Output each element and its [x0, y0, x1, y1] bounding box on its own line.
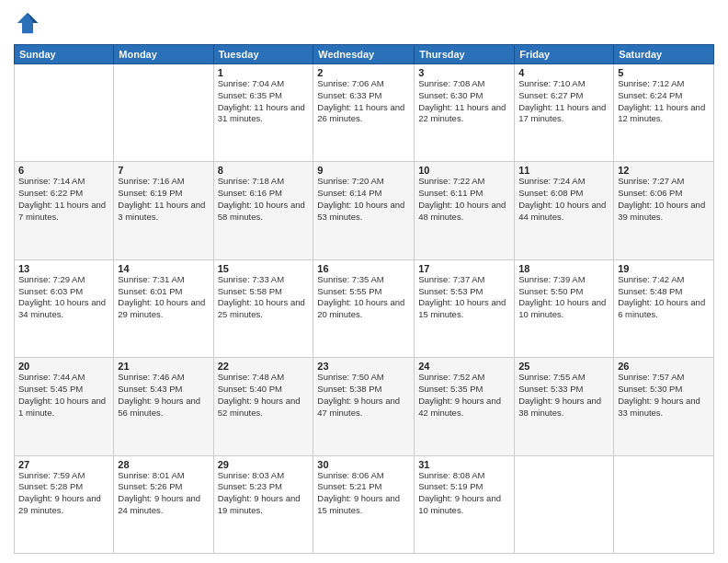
day-number: 4: [518, 67, 609, 78]
day-info: Sunrise: 7:20 AM Sunset: 6:14 PM Dayligh…: [317, 176, 410, 223]
day-number: 31: [418, 459, 510, 470]
day-info: Sunrise: 7:06 AM Sunset: 6:33 PM Dayligh…: [317, 78, 410, 125]
calendar-cell: 21Sunrise: 7:46 AM Sunset: 5:43 PM Dayli…: [114, 358, 213, 455]
week-row-0: 1Sunrise: 7:04 AM Sunset: 6:35 PM Daylig…: [15, 64, 714, 162]
day-info: Sunrise: 7:37 AM Sunset: 5:53 PM Dayligh…: [418, 274, 510, 321]
day-number: 24: [418, 361, 510, 372]
day-info: Sunrise: 7:52 AM Sunset: 5:35 PM Dayligh…: [418, 372, 510, 419]
calendar-cell: 24Sunrise: 7:52 AM Sunset: 5:35 PM Dayli…: [415, 358, 515, 455]
day-number: 11: [518, 165, 609, 176]
calendar-cell: 3Sunrise: 7:08 AM Sunset: 6:30 PM Daylig…: [415, 64, 515, 162]
week-row-1: 6Sunrise: 7:14 AM Sunset: 6:22 PM Daylig…: [15, 162, 714, 259]
calendar-cell: 30Sunrise: 8:06 AM Sunset: 5:21 PM Dayli…: [313, 455, 415, 553]
day-number: 18: [518, 263, 609, 274]
header: [14, 9, 714, 37]
day-info: Sunrise: 7:27 AM Sunset: 6:06 PM Dayligh…: [618, 176, 710, 223]
day-info: Sunrise: 7:04 AM Sunset: 6:35 PM Dayligh…: [218, 78, 310, 125]
day-info: Sunrise: 7:31 AM Sunset: 6:01 PM Dayligh…: [118, 274, 209, 321]
calendar-cell: 17Sunrise: 7:37 AM Sunset: 5:53 PM Dayli…: [415, 259, 515, 357]
weekday-header-saturday: Saturday: [614, 45, 714, 64]
weekday-header-thursday: Thursday: [415, 45, 515, 64]
day-info: Sunrise: 7:48 AM Sunset: 5:40 PM Dayligh…: [218, 372, 310, 419]
day-number: 29: [218, 459, 310, 470]
day-number: 16: [317, 263, 410, 274]
calendar-cell: 1Sunrise: 7:04 AM Sunset: 6:35 PM Daylig…: [213, 64, 313, 162]
calendar-cell: 12Sunrise: 7:27 AM Sunset: 6:06 PM Dayli…: [614, 162, 714, 259]
weekday-header-wednesday: Wednesday: [313, 45, 415, 64]
day-info: Sunrise: 8:08 AM Sunset: 5:19 PM Dayligh…: [418, 470, 510, 517]
calendar-cell: 26Sunrise: 7:57 AM Sunset: 5:30 PM Dayli…: [614, 358, 714, 455]
calendar-cell: 6Sunrise: 7:14 AM Sunset: 6:22 PM Daylig…: [15, 162, 114, 259]
calendar-cell: 5Sunrise: 7:12 AM Sunset: 6:24 PM Daylig…: [614, 64, 714, 162]
day-number: 27: [18, 459, 109, 470]
day-number: 20: [18, 361, 109, 372]
day-info: Sunrise: 7:59 AM Sunset: 5:28 PM Dayligh…: [18, 470, 109, 517]
calendar-cell: 31Sunrise: 8:08 AM Sunset: 5:19 PM Dayli…: [415, 455, 515, 553]
calendar-cell: 10Sunrise: 7:22 AM Sunset: 6:11 PM Dayli…: [415, 162, 515, 259]
weekday-header-row: SundayMondayTuesdayWednesdayThursdayFrid…: [15, 45, 714, 64]
calendar-cell: 22Sunrise: 7:48 AM Sunset: 5:40 PM Dayli…: [213, 358, 313, 455]
day-info: Sunrise: 7:42 AM Sunset: 5:48 PM Dayligh…: [618, 274, 710, 321]
calendar-cell: 16Sunrise: 7:35 AM Sunset: 5:55 PM Dayli…: [313, 259, 415, 357]
logo: [14, 9, 45, 37]
calendar-cell: 18Sunrise: 7:39 AM Sunset: 5:50 PM Dayli…: [515, 259, 614, 357]
day-info: Sunrise: 7:57 AM Sunset: 5:30 PM Dayligh…: [618, 372, 710, 419]
day-number: 7: [118, 165, 209, 176]
day-info: Sunrise: 7:55 AM Sunset: 5:33 PM Dayligh…: [518, 372, 609, 419]
day-number: 25: [518, 361, 609, 372]
week-row-4: 27Sunrise: 7:59 AM Sunset: 5:28 PM Dayli…: [15, 455, 714, 553]
calendar-cell: 25Sunrise: 7:55 AM Sunset: 5:33 PM Dayli…: [515, 358, 614, 455]
day-info: Sunrise: 7:10 AM Sunset: 6:27 PM Dayligh…: [518, 78, 609, 125]
day-info: Sunrise: 7:46 AM Sunset: 5:43 PM Dayligh…: [118, 372, 209, 419]
calendar-cell: 20Sunrise: 7:44 AM Sunset: 5:45 PM Dayli…: [15, 358, 114, 455]
day-number: 15: [218, 263, 310, 274]
calendar-cell: 9Sunrise: 7:20 AM Sunset: 6:14 PM Daylig…: [313, 162, 415, 259]
week-row-2: 13Sunrise: 7:29 AM Sunset: 6:03 PM Dayli…: [15, 259, 714, 357]
weekday-header-sunday: Sunday: [15, 45, 114, 64]
day-info: Sunrise: 8:06 AM Sunset: 5:21 PM Dayligh…: [317, 470, 410, 517]
day-info: Sunrise: 7:29 AM Sunset: 6:03 PM Dayligh…: [18, 274, 109, 321]
day-number: 17: [418, 263, 510, 274]
day-number: 2: [317, 67, 410, 78]
day-info: Sunrise: 7:18 AM Sunset: 6:16 PM Dayligh…: [218, 176, 310, 223]
day-number: 30: [317, 459, 410, 470]
day-number: 1: [218, 67, 310, 78]
day-number: 10: [418, 165, 510, 176]
calendar-cell: [614, 455, 714, 553]
calendar-cell: 29Sunrise: 8:03 AM Sunset: 5:23 PM Dayli…: [213, 455, 313, 553]
calendar-cell: 2Sunrise: 7:06 AM Sunset: 6:33 PM Daylig…: [313, 64, 415, 162]
day-info: Sunrise: 7:14 AM Sunset: 6:22 PM Dayligh…: [18, 176, 109, 223]
calendar-cell: 8Sunrise: 7:18 AM Sunset: 6:16 PM Daylig…: [213, 162, 313, 259]
page: SundayMondayTuesdayWednesdayThursdayFrid…: [0, 0, 728, 563]
day-number: 13: [18, 263, 109, 274]
day-info: Sunrise: 8:01 AM Sunset: 5:26 PM Dayligh…: [118, 470, 209, 517]
day-info: Sunrise: 7:33 AM Sunset: 5:58 PM Dayligh…: [218, 274, 310, 321]
day-number: 22: [218, 361, 310, 372]
day-info: Sunrise: 7:08 AM Sunset: 6:30 PM Dayligh…: [418, 78, 510, 125]
day-info: Sunrise: 7:44 AM Sunset: 5:45 PM Dayligh…: [18, 372, 109, 419]
calendar: SundayMondayTuesdayWednesdayThursdayFrid…: [14, 44, 714, 554]
day-number: 28: [118, 459, 209, 470]
calendar-cell: 23Sunrise: 7:50 AM Sunset: 5:38 PM Dayli…: [313, 358, 415, 455]
day-info: Sunrise: 8:03 AM Sunset: 5:23 PM Dayligh…: [218, 470, 310, 517]
calendar-cell: 15Sunrise: 7:33 AM Sunset: 5:58 PM Dayli…: [213, 259, 313, 357]
day-number: 3: [418, 67, 510, 78]
day-number: 6: [18, 165, 109, 176]
calendar-cell: 27Sunrise: 7:59 AM Sunset: 5:28 PM Dayli…: [15, 455, 114, 553]
day-number: 14: [118, 263, 209, 274]
day-number: 12: [618, 165, 710, 176]
day-number: 9: [317, 165, 410, 176]
day-info: Sunrise: 7:24 AM Sunset: 6:08 PM Dayligh…: [518, 176, 609, 223]
day-number: 26: [618, 361, 710, 372]
day-number: 23: [317, 361, 410, 372]
day-info: Sunrise: 7:16 AM Sunset: 6:19 PM Dayligh…: [118, 176, 209, 223]
calendar-cell: 19Sunrise: 7:42 AM Sunset: 5:48 PM Dayli…: [614, 259, 714, 357]
calendar-cell: 14Sunrise: 7:31 AM Sunset: 6:01 PM Dayli…: [114, 259, 213, 357]
day-info: Sunrise: 7:22 AM Sunset: 6:11 PM Dayligh…: [418, 176, 510, 223]
weekday-header-friday: Friday: [515, 45, 614, 64]
day-number: 5: [618, 67, 710, 78]
week-row-3: 20Sunrise: 7:44 AM Sunset: 5:45 PM Dayli…: [15, 358, 714, 455]
day-info: Sunrise: 7:35 AM Sunset: 5:55 PM Dayligh…: [317, 274, 410, 321]
day-info: Sunrise: 7:50 AM Sunset: 5:38 PM Dayligh…: [317, 372, 410, 419]
weekday-header-monday: Monday: [114, 45, 213, 64]
